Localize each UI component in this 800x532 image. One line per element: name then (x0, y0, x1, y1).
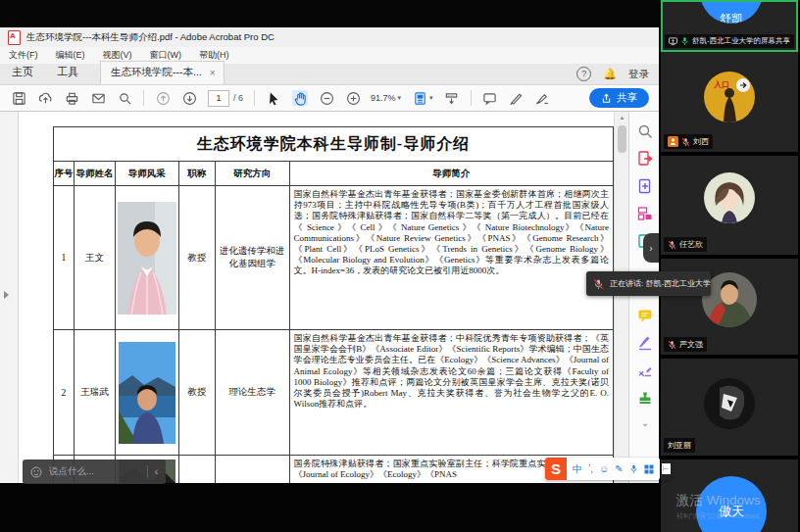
acrobat-window: 生态环境学院---本科生导师介绍.pdf - Adobe Acrobat Pro… (0, 27, 659, 483)
scroll-mode-icon[interactable] (444, 90, 460, 106)
chat-input-placeholder[interactable]: 说点什么... (49, 465, 94, 478)
zoom-out-icon[interactable] (319, 90, 334, 106)
export-pdf-icon[interactable] (637, 151, 653, 167)
fill-sign-icon[interactable] (637, 335, 653, 351)
highlight-pen-icon[interactable] (509, 90, 525, 106)
row3-field (215, 456, 289, 484)
zoom-dropdown-icon[interactable]: ▾ (398, 94, 402, 102)
ime-punctuation-icon[interactable]: ’, (588, 463, 593, 474)
windows-activation-watermark: 激活 Windows 转到“设置”以激活 Windows。 (676, 492, 766, 521)
navigation-pane-strip[interactable] (0, 112, 19, 483)
save-icon[interactable] (11, 90, 26, 106)
sign-pen-icon[interactable] (535, 90, 551, 106)
row2-bio: 国家自然科学基金杰出青年基金获得者；中科院优秀青年专项资助获得者；《英国皇家学会… (289, 330, 613, 456)
ime-toolbar[interactable]: S 中 ’, ☺ ✎ ⊢ (545, 458, 671, 480)
search-tools-icon[interactable] (637, 123, 653, 139)
close-tab-icon[interactable]: × (210, 68, 216, 78)
zoom-level[interactable]: 91.7% (371, 93, 396, 103)
meeting-video-sidebar: 舒凯 舒凯-西北工业大学的屏幕共享 入口 刘西 (659, 0, 800, 532)
select-tool-icon[interactable] (266, 90, 281, 106)
ime-toolbox-icon[interactable] (644, 464, 654, 474)
video-tile[interactable]: 任艺欣 (661, 156, 798, 255)
table-row: 2 王瑞武 (54, 330, 614, 456)
quick-chat-bubble[interactable]: 说点什么... ‹ (23, 459, 166, 484)
window-title: 生态环境学院---本科生导师介绍.pdf - Adobe Acrobat Pro… (26, 31, 275, 44)
page-display-icon[interactable] (412, 90, 427, 106)
ime-handwriting-icon[interactable]: ✎ (615, 463, 623, 474)
emoji-icon (30, 466, 42, 478)
hand-tool-icon[interactable] (292, 90, 308, 106)
participant-label: 刘亚丽 (664, 438, 695, 453)
comment-tool-icon[interactable] (482, 90, 498, 106)
row1-bio: 国家自然科学基金杰出青年基金获得者；国家基金委创新群体首席；相继两次主持973项… (289, 186, 613, 330)
col-header-no: 序号 (54, 162, 75, 186)
document-area: 生态环境学院本科生导师制-导师介绍 序号 导师姓名 导师风采 职称 研究方向 导… (0, 112, 659, 483)
send-for-signature-icon[interactable] (637, 363, 653, 378)
participant-label: 严文强 (664, 337, 707, 352)
page-number-input[interactable]: 1 (208, 90, 229, 107)
row1-photo-cell (115, 186, 178, 330)
stamp-icon[interactable] (637, 390, 653, 406)
tab-document[interactable]: 生态环境学院---本... × (100, 61, 225, 84)
title-bar[interactable]: 生态环境学院---本科生导师介绍.pdf - Adobe Acrobat Pro… (0, 27, 659, 47)
scroll-up-icon[interactable]: ▲ (615, 115, 629, 121)
screen: 生态环境学院---本科生导师介绍.pdf - Adobe Acrobat Pro… (0, 0, 800, 532)
login-button[interactable]: 登录 (628, 68, 649, 81)
avatar: 舒凯 (700, 0, 763, 24)
row2-name: 王瑞武 (74, 330, 115, 456)
vertical-scrollbar[interactable]: ▲ ▼ (614, 112, 629, 483)
email-icon[interactable] (90, 90, 106, 106)
comment-panel-icon[interactable] (637, 308, 653, 323)
video-tile[interactable]: 入口 刘西 (661, 52, 798, 152)
share-button[interactable]: 共享 (589, 88, 649, 108)
page-total-label: / 6 (233, 93, 243, 103)
search-icon[interactable] (117, 90, 132, 106)
participant-label: 刘西 (664, 134, 713, 149)
tab-tools[interactable]: 工具 (45, 61, 90, 84)
acrobat-toolbar: 1 / 6 91.7% ▾ ▾ 共享 (0, 85, 659, 112)
row2-no: 2 (54, 330, 75, 456)
collapse-chat-icon[interactable]: ‹ (155, 466, 158, 477)
help-icon[interactable]: ? (576, 67, 591, 81)
tutor-photo (119, 342, 175, 444)
previous-page-icon[interactable] (155, 90, 171, 106)
mic-muted-icon (668, 240, 676, 250)
row1-no: 1 (54, 186, 75, 330)
sidebar-collapse-handle[interactable]: › (643, 233, 659, 263)
create-pdf-icon[interactable] (637, 178, 653, 194)
zoom-in-icon[interactable] (345, 90, 361, 106)
next-page-icon[interactable] (181, 90, 197, 106)
page-display-dropdown-icon[interactable]: ▾ (429, 94, 433, 102)
pdf-file-icon (8, 30, 21, 45)
upload-cloud-icon[interactable] (37, 90, 53, 106)
avatar: 入口 (704, 72, 755, 122)
participant-label: 舒凯-西北工业大学的屏幕共享 (665, 34, 794, 48)
ime-mode-chinese[interactable]: 中 (573, 462, 582, 476)
table-row: 1 王文 (54, 186, 614, 330)
ime-drag-handle[interactable]: ⊢ (662, 463, 671, 474)
ime-emoji-icon[interactable]: ☺ (599, 463, 609, 474)
tutor-table: 生态环境学院本科生导师制-导师介绍 序号 导师姓名 导师风采 职称 研究方向 导… (53, 126, 614, 483)
tab-bar: 主页 工具 生态环境学院---本... × ? 🔔 登录 (0, 64, 659, 85)
video-tile-sharer[interactable]: 舒凯 舒凯-西北工业大学的屏幕共享 (661, 0, 798, 52)
tools-panel: ⌄ (628, 112, 659, 483)
navigation-pane-expand-icon[interactable] (4, 291, 9, 299)
video-tile[interactable]: 刘亚丽 (661, 359, 798, 456)
col-header-field: 研究方向 (215, 162, 289, 186)
col-header-bio: 导师简介 (289, 162, 613, 186)
notifications-bell-icon[interactable]: 🔔 (603, 68, 617, 80)
organize-pages-icon[interactable] (637, 206, 653, 221)
pdf-page[interactable]: 生态环境学院本科生导师制-导师介绍 序号 导师姓名 导师风采 职称 研究方向 导… (19, 112, 614, 483)
tab-home[interactable]: 主页 (0, 61, 45, 84)
more-tools-chevron-icon[interactable]: ⌄ (637, 417, 653, 433)
sogou-logo-icon[interactable]: S (545, 458, 567, 480)
print-icon[interactable] (64, 90, 79, 106)
col-header-rank: 职称 (178, 162, 215, 186)
scrollbar-thumb[interactable] (618, 125, 626, 153)
row1-field: 进化遗传学和进化基因组学 (215, 186, 289, 330)
row1-rank: 教授 (178, 186, 215, 330)
ime-voice-icon[interactable] (629, 463, 638, 474)
host-badge-icon (668, 136, 678, 147)
participant-label: 任艺欣 (664, 237, 707, 252)
row2-rank: 教授 (178, 330, 215, 456)
